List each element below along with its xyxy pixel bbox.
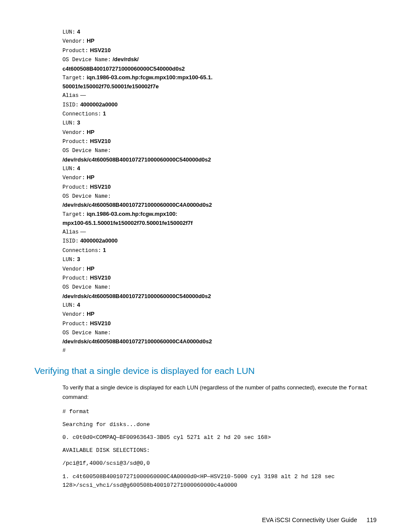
listing-label: Vendor: — [62, 130, 85, 136]
listing-label: Alias — [62, 229, 79, 235]
listing-label: LUN: — [62, 302, 75, 308]
listing-value: HSV210 — [90, 184, 111, 190]
section-paragraph: To verify that a single device is displa… — [62, 383, 377, 401]
listing-label: Target: — [62, 75, 85, 81]
listing-line: LUN: 4 — [62, 301, 377, 310]
listing-line: mpx100-65.1.50001fe150002f70.50001fe1500… — [62, 219, 377, 227]
listing-label: Product: — [62, 321, 88, 327]
listing-line: Vendor: HP — [62, 37, 377, 46]
footer-title: EVA iSCSI Connectivity User Guide — [262, 516, 357, 523]
listing-line: Target: iqn.1986-03.com.hp:fcgw.mpx100: — [62, 210, 377, 219]
listing-value: HP — [87, 265, 94, 272]
listing-label: ISID: — [62, 238, 79, 244]
listing-line: LUN: 3 — [62, 255, 377, 264]
listing-label: Vendor: — [62, 311, 85, 317]
listing-plain: — — [79, 92, 86, 98]
listing-value: HP — [87, 129, 94, 135]
listing-label: Product: — [62, 184, 88, 190]
listing-value: 3 — [77, 256, 80, 262]
listing-line: OS Device Name: /dev/rdsk/ — [62, 55, 377, 64]
listing-label: OS Device Name: — [62, 193, 111, 199]
code-line: 1. c4t600508B400107271000060000C4A0000d0… — [62, 473, 377, 490]
listing-label: Product: — [62, 48, 88, 54]
listing-label: Connections: — [62, 248, 101, 254]
listing-label: LUN: — [62, 29, 75, 35]
listing-line: Product: HSV210 — [62, 137, 377, 146]
listing-value: 50001fe150002f70.50001fe150002f7e — [62, 83, 159, 90]
listing-label: LUN: — [62, 166, 75, 172]
listing-label: Product: — [62, 139, 88, 145]
para-pre: To verify that a single device is displa… — [62, 384, 348, 391]
footer-page-number: 119 — [367, 516, 377, 523]
page-footer: EVA iSCSI Connectivity User Guide 119 — [34, 516, 377, 525]
listing-line: # — [62, 346, 377, 355]
listing-value: 4000002a0000 — [80, 237, 118, 244]
listing-line: OS Device Name: — [62, 283, 377, 292]
listing-label: Vendor: — [62, 266, 85, 272]
listing-value: 4 — [77, 165, 80, 171]
listing-line: Product: HSV210 — [62, 46, 377, 55]
code-line: 0. c0t0d0<COMPAQ—BF00963643-3B05 cyl 527… — [62, 433, 377, 442]
listing-value: 4000002a0000 — [80, 101, 118, 108]
listing-line: Connections: 1 — [62, 246, 377, 255]
listing-line: /dev/rdsk/c4t600508B400107271000060000C4… — [62, 201, 377, 209]
para-code: format — [348, 385, 367, 391]
listing-value: /dev/rdsk/ — [112, 56, 139, 62]
listing-line: ISID: 4000002a0000 — [62, 100, 377, 109]
listing-value: HP — [87, 37, 94, 44]
listing-label: OS Device Name: — [62, 284, 111, 290]
listing-label: Connections: — [62, 111, 101, 117]
listing-label: OS Device Name: — [62, 57, 111, 63]
listing-label: Vendor: — [62, 38, 85, 44]
format-output: # formatSearching for disks...done0. c0t… — [62, 408, 377, 490]
listing-line: Product: HSV210 — [62, 274, 377, 283]
listing-value: HSV210 — [90, 138, 111, 144]
listing-line: Vendor: HP — [62, 310, 377, 319]
listing-value: iqn.1986-03.com.hp:fcgw.mpx100: — [87, 211, 177, 217]
listing-value: 3 — [77, 119, 80, 126]
listing-line: c4t600508B400107271000060000C540000d0s2 — [62, 65, 377, 73]
listing-value: HP — [87, 311, 94, 317]
listing-label: Product: — [62, 275, 88, 281]
listing-line: Vendor: HP — [62, 173, 377, 182]
para-post: command: — [62, 394, 89, 400]
listing-value: 4 — [77, 302, 80, 308]
listing-line: 50001fe150002f70.50001fe150002f7e — [62, 82, 377, 91]
code-line: AVAILABLE DISK SELECTIONS: — [62, 446, 377, 455]
listing-value: /dev/rdsk/c4t600508B400107271000060000C5… — [62, 156, 211, 163]
listing-label: OS Device Name: — [62, 148, 111, 154]
listing-plain: — — [79, 228, 86, 235]
listing-value: HSV210 — [90, 47, 111, 53]
listing-value: 1 — [103, 110, 106, 117]
listing-line: ISID: 4000002a0000 — [62, 236, 377, 246]
listing-line: LUN: 4 — [62, 28, 377, 37]
listing-line: /dev/rdsk/c4t600508B400107271000060000C4… — [62, 337, 377, 346]
listing-line: Alias — — [62, 91, 377, 100]
listing-line: /dev/rdsk/c4t600508B400107271000060000C5… — [62, 156, 377, 164]
code-line: /pci@1f,4000/scsi@3/sd@0,0 — [62, 459, 377, 468]
listing-value: /dev/rdsk/c4t600508B400107271000060000C4… — [62, 202, 212, 208]
listing-label: ISID: — [62, 102, 79, 108]
listing-value: /dev/rdsk/c4t600508B400107271000060000C4… — [62, 338, 212, 345]
listing-label: OS Device Name: — [62, 330, 111, 336]
listing-value: HSV210 — [90, 320, 111, 327]
listing-line: Vendor: HP — [62, 264, 377, 274]
listing-line: OS Device Name: — [62, 192, 377, 201]
listing-label: Vendor: — [62, 175, 85, 181]
listing-value: HSV210 — [90, 274, 111, 281]
listing-line: LUN: 3 — [62, 118, 377, 128]
listing-value: /dev/rdsk/c4t600508B400107271000060000C5… — [62, 293, 211, 299]
listing-value: 4 — [77, 28, 80, 35]
listing-value: 1 — [103, 247, 106, 253]
listing-line: Target: iqn.1986-03.com.hp:fcgw.mpx100:m… — [62, 73, 377, 82]
listing-line: /dev/rdsk/c4t600508B400107271000060000C5… — [62, 292, 377, 301]
listing-line: Product: HSV210 — [62, 183, 377, 192]
listing-label: Alias — [62, 93, 79, 99]
section-heading: Verifying that a single device is displa… — [34, 364, 377, 378]
listing-label: Target: — [62, 212, 85, 218]
listing-label: LUN: — [62, 120, 75, 126]
listing-value: c4t600508B400107271000060000C540000d0s2 — [62, 65, 185, 72]
listing-line: Alias — — [62, 227, 377, 236]
device-listing: LUN: 4Vendor: HPProduct: HSV210OS Device… — [62, 28, 377, 355]
listing-value: iqn.1986-03.com.hp:fcgw.mpx100:mpx100-65… — [87, 74, 212, 81]
